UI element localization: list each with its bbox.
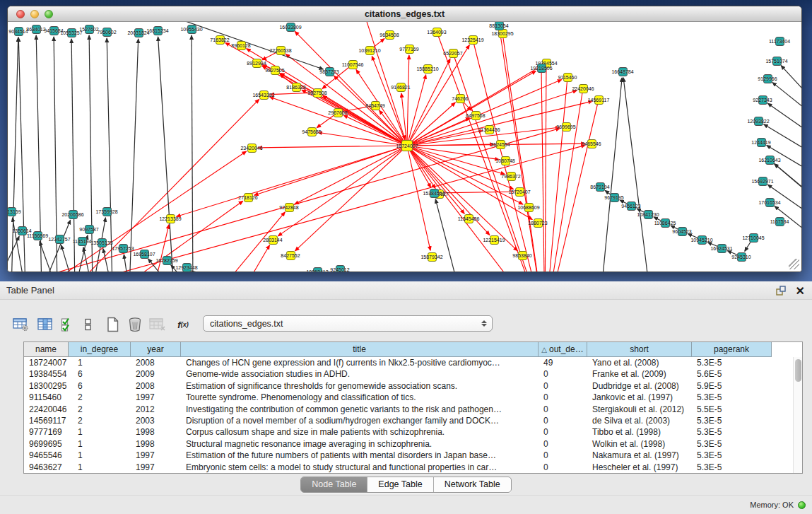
network-node[interactable]: 9679195 (610, 193, 619, 202)
network-node[interactable]: 16924531 (717, 244, 726, 253)
table-cell[interactable]: 1998 (131, 438, 181, 450)
network-node[interactable]: 17016534 (765, 198, 775, 207)
table-cell[interactable]: Tibbo et al. (1998) (587, 426, 692, 438)
table-row[interactable]: 911546021997Tourette syndrome. Phenomeno… (24, 392, 802, 403)
table-cell[interactable]: 2 (69, 404, 131, 415)
table-row[interactable]: 977716911998Corpus callosum shape and si… (24, 426, 802, 438)
table-cell[interactable]: 1997 (131, 462, 181, 473)
network-node[interactable]: 8634012 (32, 25, 41, 34)
network-node[interactable]: 9146821 (396, 83, 406, 92)
network-node[interactable]: 16033809 (286, 23, 295, 32)
network-node[interactable]: 1244419 (757, 138, 766, 147)
column-header-pagerank[interactable]: pagerank (692, 342, 772, 357)
network-node[interactable]: 9604523 (678, 227, 687, 236)
network-node[interactable]: 22420046 (579, 84, 588, 93)
network-node[interactable]: 6497568 (471, 111, 481, 120)
network-node[interactable]: 15751074 (772, 57, 782, 66)
network-node[interactable]: 9242848 (285, 203, 294, 212)
show-columns-button[interactable] (37, 315, 54, 334)
network-node[interactable]: 13505135 (98, 238, 107, 247)
table-cell[interactable]: 0 (539, 462, 587, 473)
network-node[interactable]: 10391210 (365, 46, 375, 55)
network-node[interactable]: 9245012 (336, 265, 345, 272)
table-cell[interactable]: 0 (539, 426, 587, 438)
table-cell[interactable]: 18724007 (24, 357, 69, 368)
network-node[interactable]: 16782759 (163, 256, 172, 265)
table-cell[interactable]: 5.3E-5 (692, 450, 772, 461)
table-cell[interactable]: Yano et al. (2008) (587, 357, 692, 368)
network-node[interactable]: 1145194 (78, 237, 87, 246)
network-node[interactable]: 20031824 (134, 28, 143, 37)
table-cell[interactable]: 5.3E-5 (692, 426, 772, 438)
network-node[interactable]: 9465546 (587, 139, 596, 148)
table-cell[interactable]: 5.3E-5 (692, 438, 772, 450)
float-panel-icon[interactable] (775, 285, 787, 297)
network-node[interactable]: 7950602 (102, 28, 112, 37)
network-node[interactable]: 9097587 (85, 225, 94, 234)
network-node[interactable]: 22260538 (276, 46, 286, 55)
network-node[interactable]: 15692971 (758, 177, 767, 186)
table-cell[interactable]: 0 (539, 450, 587, 461)
table-row[interactable]: 946554611997Estimation of the future num… (24, 450, 802, 461)
network-node[interactable]: 9827508 (313, 88, 322, 98)
table-cell[interactable]: 9463627 (24, 462, 69, 473)
network-node[interactable]: 2803144 (269, 235, 278, 245)
table-row[interactable]: 1872400712008Changes of HCN gene express… (24, 357, 802, 368)
table-row[interactable]: 1830029562008Estimation of significance … (24, 380, 802, 392)
table-row[interactable]: 1938455462009Genome-wide association stu… (24, 368, 802, 380)
network-node[interactable]: 12923448 (182, 263, 192, 272)
network-node[interactable]: 14569117 (594, 95, 604, 105)
table-cell[interactable]: Hescheler et al. (1997) (587, 462, 692, 473)
table-cell[interactable]: 0 (539, 438, 587, 450)
network-node[interactable]: 2967608 (334, 108, 343, 117)
table-cell[interactable]: 2012 (131, 404, 181, 415)
column-header-out_de[interactable]: △out_de… (539, 342, 587, 357)
network-node[interactable]: 15720407 (515, 187, 524, 197)
network-node[interactable]: 9034514 (14, 27, 23, 36)
tab-edge-table[interactable]: Edge Table (367, 477, 433, 492)
table-cell[interactable]: 6 (69, 368, 131, 380)
network-node[interactable]: 3913159 (8, 207, 16, 216)
network-node[interactable]: 16210643 (765, 156, 775, 165)
table-cell[interactable]: 1 (69, 438, 131, 450)
network-node[interactable]: 10688609 (524, 203, 534, 212)
table-cell[interactable]: 5.3E-5 (692, 357, 772, 368)
network-node[interactable]: 9129966 (763, 74, 772, 83)
network-node[interactable]: 6522057 (449, 49, 458, 58)
network-node[interactable]: 9415684 (49, 26, 59, 35)
table-row[interactable]: 2242004622012Investigating the contribut… (24, 404, 802, 415)
table-cell[interactable]: 0 (539, 415, 587, 426)
delete-table-button[interactable] (148, 315, 167, 334)
network-node[interactable]: 12093822 (754, 117, 763, 126)
network-node[interactable]: 8427552 (286, 251, 295, 260)
network-node[interactable]: 9777169 (405, 45, 414, 54)
table-cell[interactable]: 9115460 (24, 392, 69, 403)
table-cell[interactable]: 1 (69, 357, 131, 368)
close-panel-icon[interactable]: ✕ (796, 286, 805, 297)
network-node[interactable]: 16815234 (153, 26, 163, 35)
network-node[interactable]: 15879342 (428, 252, 437, 262)
network-node[interactable]: 9699695 (562, 122, 571, 132)
table-cell[interactable]: 0 (539, 392, 587, 403)
table-cell[interactable]: 5.3E-5 (692, 392, 772, 403)
table-cell[interactable]: 5.6E-5 (692, 368, 772, 380)
table-settings-button[interactable] (12, 315, 29, 334)
network-node[interactable]: 9115460 (563, 73, 572, 82)
table-cell[interactable]: 1998 (131, 426, 181, 438)
network-node[interactable]: 10553257 (67, 28, 76, 37)
table-cell[interactable]: Corpus callosum shape and size in male p… (181, 426, 539, 438)
network-node[interactable]: 11545486 (464, 214, 473, 223)
network-node[interactable]: 8186328 (292, 83, 301, 92)
table-cell[interactable]: 5.3E-5 (692, 462, 772, 473)
table-cell[interactable]: 5.3E-5 (692, 415, 772, 426)
table-cell[interactable]: 6 (69, 380, 131, 392)
table-cell[interactable]: 0 (539, 380, 587, 392)
network-node[interactable]: 9857223 (325, 67, 334, 76)
table-cell[interactable]: Estimation of significance thresholds fo… (181, 380, 539, 392)
table-scrollbar[interactable] (793, 357, 802, 473)
network-node[interactable]: 12710045 (749, 233, 758, 243)
column-header-title[interactable]: title (181, 342, 539, 357)
network-node[interactable]: 746266 (456, 94, 465, 103)
table-cell[interactable]: Jankovic et al. (1997) (587, 392, 692, 403)
table-cell[interactable]: 9465546 (24, 450, 69, 461)
